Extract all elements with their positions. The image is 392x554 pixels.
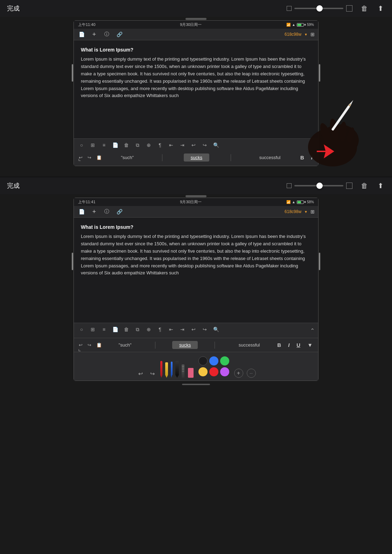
link-icon-1[interactable]: 🔗: [115, 30, 124, 39]
delete-button-1[interactable]: 🗑: [359, 3, 369, 14]
battery-fill-2: [298, 201, 301, 203]
ruler-tool-2[interactable]: [182, 364, 184, 378]
italic-btn-1[interactable]: I: [309, 154, 315, 161]
insert-tool-1[interactable]: ⊕: [145, 141, 153, 149]
collapse-btn-2[interactable]: ⌃: [310, 327, 315, 334]
yellow-marker-2[interactable]: [165, 362, 168, 378]
duplicate-tool-2[interactable]: ⧉: [133, 325, 142, 334]
ipad-content-1[interactable]: What is Lorem Ipsum? Lorem Ipsum is simp…: [74, 40, 318, 138]
lasso-tool-2[interactable]: ○: [77, 325, 86, 334]
red-pencil-2[interactable]: [160, 361, 162, 378]
add-icon-1[interactable]: +: [90, 30, 98, 39]
redo-tool-2[interactable]: ↪: [201, 325, 209, 334]
doc-tool-2[interactable]: 📄: [111, 325, 119, 334]
battery-nub-1: [304, 24, 306, 26]
done-button-1[interactable]: 完成: [7, 4, 20, 13]
undo-tool-1[interactable]: ↩: [189, 141, 198, 149]
redo-btn-2[interactable]: ↪: [86, 342, 93, 348]
color-black[interactable]: [198, 356, 208, 365]
more-format-btn-2[interactable]: ▼: [305, 341, 315, 349]
underline-btn-2[interactable]: U: [294, 341, 302, 349]
doc-tool-1[interactable]: 📄: [111, 141, 119, 149]
list-tool-1[interactable]: ≡: [100, 141, 108, 149]
grid-tool-1[interactable]: ⊞: [89, 141, 97, 149]
battery-text-2: 58%: [307, 200, 314, 204]
palette-more-btn-2[interactable]: ···: [247, 369, 256, 378]
list-tool-2[interactable]: ≡: [100, 325, 108, 334]
format-tool-1[interactable]: ¶: [156, 141, 164, 149]
italic-btn-2[interactable]: I: [286, 341, 292, 349]
redo-btn-1[interactable]: ↪: [86, 154, 93, 161]
ipad-date-2: 9月30日周一: [180, 199, 202, 205]
content-body-1[interactable]: Lorem Ipsum is simply dummy text of the …: [81, 56, 311, 100]
autocomplete-such-1[interactable]: "such": [114, 153, 141, 162]
scroll-handle-right-2[interactable]: [319, 253, 320, 270]
color-green[interactable]: [220, 356, 229, 365]
insert-tool-2[interactable]: ⊕: [145, 325, 153, 334]
autocomplete-such-2[interactable]: "such": [112, 341, 139, 349]
doc-icon-1[interactable]: 📄: [77, 30, 86, 39]
tools-row1-1: ○ ⊞ ≡ 📄 🗑 ⧉ ⊕ ¶ ⇤ ⇥ ↩ ↪ 🔍: [77, 141, 315, 151]
share-button-2[interactable]: ⬆: [376, 180, 385, 191]
dark-marker-2[interactable]: [175, 361, 179, 378]
scroll-handle-right-1[interactable]: [319, 64, 320, 82]
color-purple[interactable]: [220, 367, 229, 376]
bold-btn-2[interactable]: B: [275, 341, 283, 349]
svg-point-2: [318, 122, 333, 145]
indent-right-tool-1[interactable]: ⇥: [178, 141, 187, 149]
autocomplete-successful-2[interactable]: successful: [232, 341, 267, 349]
search-tool-2[interactable]: 🔍: [212, 325, 220, 334]
done-button-2[interactable]: 完成: [7, 182, 20, 190]
branch-arrow-2[interactable]: ▼: [304, 210, 308, 214]
redo-tool-1[interactable]: ↪: [201, 141, 209, 149]
slider-thumb-2[interactable]: [316, 183, 323, 189]
ipad-toolbar-left-1: 📄 + ⓘ 🔗: [77, 30, 124, 39]
autocomplete-sucks-1[interactable]: sucks: [184, 153, 209, 162]
info-icon-2[interactable]: ⓘ: [103, 207, 111, 216]
draw-redo-2[interactable]: ↪: [148, 369, 157, 378]
blue-pen-2[interactable]: [171, 362, 173, 378]
palette-add-btn-2[interactable]: +: [234, 369, 243, 378]
undo-tool-2[interactable]: ↩: [189, 325, 198, 334]
content-body-2[interactable]: Lorem Ipsum is simply dummy text of the …: [81, 233, 311, 277]
search-tool-1[interactable]: 🔍: [212, 141, 220, 149]
color-red[interactable]: [209, 367, 218, 376]
trash-tool-2[interactable]: 🗑: [122, 325, 131, 334]
ipad-notch-1: [186, 18, 206, 20]
indent-left-tool-2[interactable]: ⇤: [167, 325, 175, 334]
duplicate-tool-1[interactable]: ⧉: [133, 141, 142, 149]
slider-track-2[interactable]: [294, 185, 343, 186]
info-icon-1[interactable]: ⓘ: [103, 30, 111, 39]
eraser-tool-2[interactable]: [188, 368, 194, 378]
scroll-handle-left-2[interactable]: [72, 253, 73, 270]
format-tool-2[interactable]: ¶: [156, 325, 164, 334]
add-icon-2[interactable]: +: [90, 207, 98, 216]
link-icon-2[interactable]: 🔗: [115, 207, 124, 216]
corner-bracket-2: ⌞: [78, 345, 81, 353]
indent-left-tool-1[interactable]: ⇤: [167, 141, 175, 149]
autocomplete-successful-1[interactable]: successful: [252, 153, 288, 162]
expand-icon-2[interactable]: ⊞: [310, 209, 315, 214]
scroll-handle-left-1[interactable]: [72, 64, 73, 82]
ipad-content-2[interactable]: What is Lorem Ipsum? Lorem Ipsum is simp…: [74, 218, 318, 323]
expand-icon-1[interactable]: ⊞: [310, 32, 315, 37]
draw-undo-2[interactable]: ↩: [136, 369, 145, 378]
copy-btn-2[interactable]: 📋: [95, 342, 103, 348]
autocomplete-sucks-2[interactable]: sucks: [172, 341, 198, 349]
branch-arrow-1[interactable]: ▼: [304, 33, 308, 36]
doc-icon-2[interactable]: 📄: [77, 207, 86, 216]
copy-btn-1[interactable]: 📋: [95, 154, 103, 161]
autocomplete-format-row-1: ↩ ↪ 📋 "such" sucks successful B I: [77, 151, 315, 164]
share-button-1[interactable]: ⬆: [376, 3, 385, 14]
color-yellow[interactable]: [198, 367, 208, 376]
bold-btn-1[interactable]: B: [298, 154, 306, 161]
grid-tool-2[interactable]: ⊞: [89, 325, 97, 334]
slider-track-1[interactable]: [294, 8, 343, 9]
delete-button-2[interactable]: 🗑: [359, 180, 369, 191]
trash-tool-1[interactable]: 🗑: [122, 141, 131, 149]
lasso-tool-1[interactable]: ○: [77, 141, 86, 149]
color-blue[interactable]: [209, 356, 218, 365]
indent-right-tool-2[interactable]: ⇥: [178, 325, 187, 334]
slider-thumb-1[interactable]: [316, 5, 323, 12]
zoom-slider-group-1: [287, 5, 352, 12]
